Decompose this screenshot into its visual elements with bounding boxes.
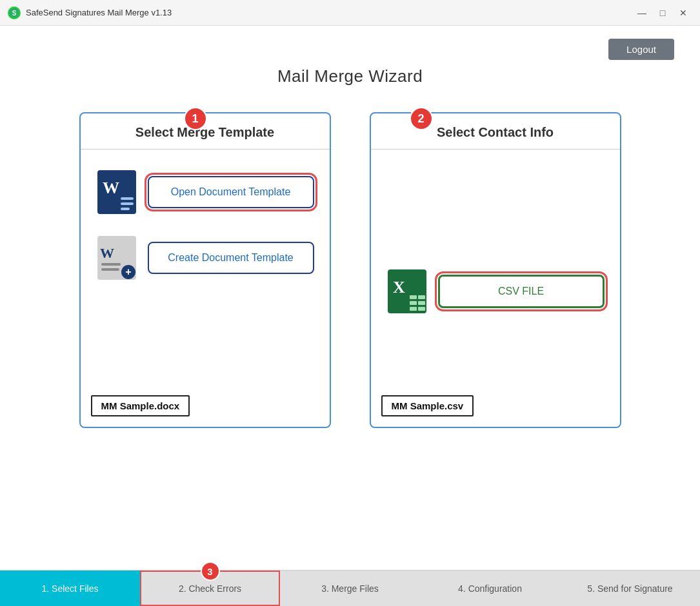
svg-text:W: W xyxy=(103,179,119,197)
logout-row: Logout xyxy=(26,39,674,60)
open-template-item: W Open Document Template xyxy=(96,169,314,215)
svg-text:S: S xyxy=(12,10,17,17)
svg-text:W: W xyxy=(100,245,114,261)
svg-text:X: X xyxy=(393,278,405,297)
svg-rect-15 xyxy=(410,295,417,299)
svg-rect-18 xyxy=(418,301,425,305)
svg-text:+: + xyxy=(125,266,131,277)
create-document-template-button[interactable]: Create Document Template xyxy=(148,242,314,274)
svg-rect-17 xyxy=(410,301,417,305)
maximize-button[interactable]: □ xyxy=(654,4,672,22)
svg-rect-4 xyxy=(121,197,134,200)
step-2-badge: 2 xyxy=(410,107,433,130)
contact-info-card: Select Contact Info 2 X xyxy=(370,112,621,428)
close-button[interactable]: ✕ xyxy=(674,4,692,22)
contact-info-file-badge: MM Sample.csv xyxy=(381,395,474,416)
app-icon: S xyxy=(8,6,21,19)
title-bar-left: S SafeSend Signatures Mail Merge v1.13 xyxy=(8,6,172,19)
page-title: Mail Merge Wizard xyxy=(277,66,423,86)
contact-info-heading: Select Contact Info xyxy=(371,113,620,150)
step-1-badge: 1 xyxy=(184,107,207,130)
main-content: Logout Mail Merge Wizard Select Merge Te… xyxy=(0,26,700,606)
csv-file-button[interactable]: CSV FILE xyxy=(438,275,605,308)
svg-rect-16 xyxy=(418,295,425,299)
cards-row: Select Merge Template 1 W xyxy=(26,112,674,428)
tab-check-errors[interactable]: 3 2. Check Errors xyxy=(140,571,280,606)
svg-rect-6 xyxy=(121,208,130,210)
tab-bar: 1. Select Files 3 2. Check Errors 3. Mer… xyxy=(0,570,700,606)
minimize-button[interactable]: — xyxy=(633,4,651,22)
tab-select-files[interactable]: 1. Select Files xyxy=(0,571,140,606)
merge-template-card: Select Merge Template 1 W xyxy=(79,112,331,428)
app-title: SafeSend Signatures Mail Merge v1.13 xyxy=(26,8,172,17)
contact-info-body: 2 X xyxy=(371,150,620,427)
svg-rect-5 xyxy=(121,202,134,205)
tab-send-for-signature[interactable]: 5. Send for Signature xyxy=(560,571,700,606)
tab-configuration[interactable]: 4. Configuration xyxy=(420,571,560,606)
word-create-icon: W + xyxy=(96,235,137,281)
svg-rect-19 xyxy=(410,307,417,311)
open-document-template-button[interactable]: Open Document Template xyxy=(148,176,314,208)
logout-button[interactable]: Logout xyxy=(608,39,674,60)
create-template-item: W + Create Document Template xyxy=(96,235,314,281)
svg-rect-9 xyxy=(101,263,121,266)
merge-template-body: 1 W xyxy=(81,150,330,427)
svg-rect-10 xyxy=(101,268,119,271)
step-3-badge: 3 xyxy=(201,562,220,581)
csv-file-item: X CSV FILE xyxy=(386,268,605,315)
merge-template-file-badge: MM Sample.docx xyxy=(91,395,190,416)
title-bar: S SafeSend Signatures Mail Merge v1.13 —… xyxy=(0,0,700,26)
word-icon: W xyxy=(96,169,137,215)
excel-icon: X xyxy=(386,268,428,315)
svg-rect-20 xyxy=(418,307,425,311)
tab-merge-files[interactable]: 3. Merge Files xyxy=(280,571,420,606)
window-controls: — □ ✕ xyxy=(633,4,692,22)
